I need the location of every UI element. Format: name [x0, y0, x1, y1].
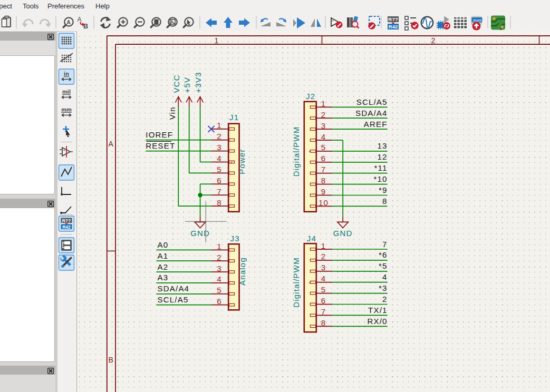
- svg-text:GND: GND: [333, 229, 353, 238]
- svg-text:8: 8: [321, 318, 326, 327]
- svg-text:SCL/A5: SCL/A5: [356, 97, 388, 106]
- svg-text:5: 5: [321, 285, 326, 294]
- svg-text:10: 10: [319, 198, 329, 207]
- svg-text:3: 3: [321, 263, 326, 272]
- svg-text:1: 1: [217, 121, 222, 130]
- svg-text:-: -: [63, 152, 65, 156]
- svg-text:TX/1: TX/1: [368, 306, 387, 315]
- svg-text:mil: mil: [62, 89, 71, 95]
- svg-text:2: 2: [431, 36, 436, 45]
- svg-text:A: A: [66, 19, 70, 25]
- svg-text:*9: *9: [379, 185, 388, 194]
- svg-text:RESET: RESET: [146, 141, 175, 150]
- svg-text:7: 7: [382, 240, 388, 249]
- svg-text:A0: A0: [158, 240, 169, 249]
- svg-text:2: 2: [382, 295, 388, 303]
- svg-text:+5V: +5V: [182, 77, 191, 93]
- svg-text:9: 9: [321, 187, 326, 196]
- svg-text:GND: GND: [190, 229, 210, 238]
- svg-text:Vin: Vin: [168, 106, 177, 120]
- svg-text:R42: R42: [389, 24, 398, 30]
- svg-text:2: 2: [321, 252, 326, 261]
- svg-text:12: 12: [378, 152, 388, 161]
- svg-text:*10: *10: [373, 174, 387, 183]
- svg-text:4: 4: [321, 132, 326, 141]
- svg-text:8: 8: [217, 198, 222, 207]
- svg-text:3: 3: [217, 264, 222, 273]
- svg-text:4: 4: [382, 272, 388, 281]
- svg-text:A2: A2: [158, 262, 169, 271]
- svg-text:6: 6: [321, 154, 326, 163]
- svg-text:VCC: VCC: [172, 74, 181, 93]
- svg-text:IOREF: IOREF: [146, 130, 173, 139]
- svg-text:*6: *6: [379, 250, 388, 259]
- svg-text:J2: J2: [306, 92, 315, 101]
- svg-text:A: A: [109, 140, 114, 148]
- svg-text:J3: J3: [230, 234, 240, 243]
- svg-text:RX/0: RX/0: [367, 317, 387, 326]
- svg-text:-: -: [332, 22, 334, 27]
- svg-text:2: 2: [217, 253, 222, 262]
- svg-text:in: in: [64, 71, 69, 77]
- svg-text:1: 1: [217, 242, 222, 251]
- svg-text:A: A: [78, 16, 82, 23]
- svg-text:13: 13: [378, 141, 388, 150]
- svg-text:5: 5: [217, 286, 222, 295]
- svg-text:4: 4: [217, 154, 222, 163]
- svg-text:J1: J1: [229, 113, 239, 122]
- svg-text:7: 7: [321, 307, 326, 316]
- svg-text:R42: R42: [62, 224, 71, 230]
- svg-text:+3V3: +3V3: [194, 72, 202, 93]
- svg-text:8: 8: [382, 197, 388, 205]
- svg-text:2: 2: [321, 110, 326, 119]
- svg-text:mm: mm: [61, 106, 72, 113]
- svg-text:7: 7: [321, 165, 326, 174]
- svg-text:SCL/A5: SCL/A5: [158, 295, 189, 304]
- svg-text:AREF: AREF: [364, 120, 388, 129]
- svg-text:Analog: Analog: [238, 257, 247, 286]
- svg-text:4: 4: [321, 274, 326, 283]
- svg-text:.bom: .bom: [472, 18, 482, 23]
- svg-text:SDA/A4: SDA/A4: [355, 109, 388, 117]
- svg-text:*3: *3: [379, 283, 388, 292]
- svg-text:6: 6: [321, 296, 326, 305]
- svg-text:3: 3: [217, 143, 222, 152]
- svg-text:8: 8: [321, 176, 326, 185]
- svg-text:B: B: [109, 356, 114, 364]
- svg-text:3: 3: [321, 121, 326, 130]
- svg-text:*5: *5: [379, 261, 388, 270]
- svg-text:Digital/PWM: Digital/PWM: [292, 257, 301, 308]
- svg-text:R??: R??: [388, 16, 398, 22]
- svg-text:Digital/PWM: Digital/PWM: [292, 126, 301, 177]
- svg-text:R??: R??: [62, 218, 71, 223]
- svg-text:SDA/A4: SDA/A4: [158, 284, 190, 293]
- svg-text:*11: *11: [374, 163, 388, 172]
- svg-text:5: 5: [217, 165, 222, 174]
- svg-text:1: 1: [321, 241, 326, 250]
- svg-text:A1: A1: [158, 251, 169, 260]
- svg-text:7: 7: [217, 187, 222, 196]
- svg-text:1: 1: [215, 36, 219, 45]
- svg-text:5: 5: [321, 143, 326, 152]
- svg-text:J4: J4: [307, 234, 316, 243]
- svg-text:2: 2: [217, 132, 222, 141]
- svg-text:B: B: [83, 23, 88, 30]
- svg-text:4: 4: [217, 275, 222, 283]
- svg-text:1: 1: [321, 99, 326, 108]
- svg-text:A3: A3: [158, 273, 169, 282]
- svg-text:6: 6: [217, 176, 222, 185]
- svg-text:6: 6: [217, 297, 222, 306]
- svg-text:Power: Power: [237, 149, 246, 174]
